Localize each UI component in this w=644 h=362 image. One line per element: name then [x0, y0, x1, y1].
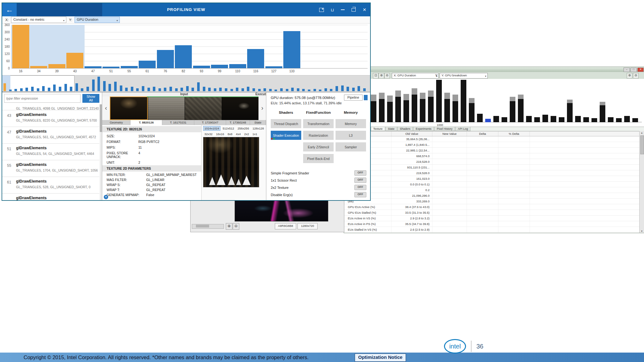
chart-bar[interactable] [157, 50, 174, 68]
pipeline-stage-button[interactable]: Transformation [303, 119, 334, 128]
metrics-tab[interactable]: API Log [455, 127, 470, 131]
y-metric-select[interactable]: GPU Duration ▼ [75, 17, 120, 23]
zoom-in-button[interactable]: ⊕ [226, 223, 232, 230]
mip-size-chip[interactable]: 16x16 [215, 132, 225, 136]
metrics-table-row[interactable]: 0.2 [344, 187, 640, 193]
metrics-zoom-out-icon-2[interactable]: ⊖ [633, 73, 639, 79]
metrics-tab[interactable]: Shaders [397, 127, 413, 131]
metrics-zoom-in-icon[interactable]: ⊕ [379, 73, 384, 79]
chart-bar[interactable] [139, 61, 156, 68]
expand-icon[interactable]: ▾ [104, 195, 108, 199]
close-button[interactable]: ✕ [363, 8, 366, 12]
pipeline-stage-button[interactable]: Shader Execution [271, 131, 301, 140]
metrics-table-row[interactable]: seconds)1,897.4 (1,840.5... [344, 142, 640, 148]
texture-tab[interactable]: Geometry [102, 120, 130, 125]
pipeline-stage-button[interactable]: Early Z/Stencil [303, 142, 334, 151]
draw-call-row[interactable]: 43glDrawElementsGL_TRIANGLES, 8220 GL_UN… [2, 110, 99, 127]
metrics-table-row[interactable]: 0.0 (0.0 to 0.1) [344, 182, 640, 187]
draw-call-row[interactable]: 55glDrawElementsGL_TRIANGLES, 1704, GL_U… [2, 160, 99, 177]
metrics-table-row[interactable]: (mitives)219,528.0 [344, 159, 640, 165]
metrics-table-row[interactable]: (invocations)219,528.0 [344, 170, 640, 176]
texture-thumbnail-selected[interactable] [110, 96, 148, 120]
draw-list-scrollbar[interactable] [100, 104, 102, 200]
metrics-histogram-chart[interactable]: 1000 [344, 79, 644, 127]
pipeline-stage-button[interactable]: Rasterization [303, 131, 334, 140]
draw-call-row[interactable]: glDrawElements [2, 194, 99, 200]
draw-call-row[interactable]: 47glDrawElementsGL_TRIANGLES, 561, GL_UN… [2, 127, 99, 144]
experiment-toggle[interactable]: OFF [354, 170, 366, 176]
metrics-table-row[interactable]: (els)333,269.0 [344, 199, 640, 204]
chart-bar[interactable] [175, 45, 192, 68]
scrollbar-thumb[interactable] [196, 225, 209, 228]
mip-size-chip[interactable]: 512x512 [221, 126, 235, 131]
chart-bar[interactable] [30, 66, 47, 68]
pipeline-stage-button[interactable]: Pixel Back-End [303, 154, 334, 163]
draw-call-row[interactable]: 61glDrawElementsGL_TRIANGLES, 528, GL_UN… [2, 177, 99, 194]
metrics-table-row[interactable]: EUs Stalled in PS (%)31.0 (28.9 to 32.9) [344, 233, 640, 233]
experiment-toggle[interactable]: OFF [354, 178, 366, 183]
chart-bar[interactable] [283, 31, 300, 68]
texture-tab[interactable]: T. 8820126 [130, 120, 162, 125]
metrics-tab[interactable]: State [386, 127, 397, 131]
filter-input[interactable] [4, 94, 80, 103]
chart-plot-area[interactable] [12, 25, 368, 69]
mip-size-chip[interactable]: 128x128 [251, 126, 265, 131]
metrics-window-titlebar[interactable]: – □ ✕ [344, 67, 644, 72]
texture-tab[interactable]: T. 17290247 [194, 120, 226, 125]
metrics-table-row[interactable]: GPU EUs Stalled (%)33.5 (31.3 to 35.5) [344, 210, 640, 216]
restore-button[interactable] [352, 8, 356, 12]
metrics-table-row[interactable]: ocations)21,096,296.0 [344, 193, 640, 199]
metrics-table-row[interactable]: (Primitives)161,023.0 [344, 176, 640, 182]
panel-layout-icon[interactable] [319, 8, 324, 12]
chart-bar[interactable] [66, 53, 83, 68]
metrics-maximize-button[interactable]: □ [630, 68, 637, 72]
optimization-notice[interactable]: Optimization Notice [355, 354, 406, 362]
texture-tab[interactable]: State [250, 120, 266, 125]
chart-bar[interactable] [48, 64, 65, 68]
metrics-zoom-out-icon[interactable]: ⊖ [384, 73, 390, 79]
chart-bar[interactable] [103, 67, 119, 68]
metrics-table-row[interactable]: GPU EUs Active (%)38.4 (37.6 to 43.0) [344, 204, 640, 210]
chart-bar[interactable] [211, 65, 228, 69]
pipeline-stage-button[interactable]: L3 [336, 131, 366, 140]
draw-call-row[interactable]: 51glDrawElementsGL_TRIANGLES, 54, GL_UNS… [2, 144, 99, 160]
scroll-up-icon[interactable]: ▲ [640, 132, 644, 134]
pin-icon[interactable]: ⊔ [331, 8, 334, 12]
scrollbar-thumb[interactable] [640, 135, 644, 154]
texture-tab[interactable]: T. 16170231 [162, 120, 194, 125]
metrics-tab[interactable]: Texture [371, 127, 385, 131]
metrics-close-button[interactable]: ✕ [637, 68, 644, 72]
mip-size-chip[interactable]: 1x1 [251, 132, 258, 136]
frame-horizontal-scrollbar[interactable] [192, 224, 224, 229]
experiment-toggle[interactable]: OFF [354, 192, 366, 197]
experiment-toggle[interactable]: OFF [354, 185, 366, 190]
mip-size-chip[interactable]: 8x8 [226, 132, 234, 136]
chart-bar[interactable] [12, 25, 29, 68]
mip-size-chip[interactable]: 4x4 [235, 132, 242, 136]
pipeline-stage-button[interactable]: Memory [336, 119, 366, 128]
metrics-table-row[interactable]: (es)668,574.0 [344, 153, 640, 159]
chart-bar[interactable] [247, 49, 264, 68]
chart-bar[interactable] [265, 66, 282, 68]
metrics-minimize-button[interactable]: – [624, 68, 630, 72]
chart-bar[interactable] [121, 66, 138, 68]
texture-thumbnail[interactable] [222, 96, 259, 120]
texture-thumbnail[interactable] [185, 96, 222, 120]
pipeline-stage-button[interactable]: Thread Dispatch [271, 119, 301, 128]
chart-bar[interactable] [193, 66, 210, 68]
thumbnail-prev-button[interactable]: ‹ [102, 96, 110, 120]
scroll-down-icon[interactable]: ▼ [640, 230, 644, 232]
texture-thumbnail[interactable] [148, 96, 185, 120]
metrics-vertical-scrollbar[interactable]: ▲ ▼ [639, 131, 644, 233]
metrics-table-row[interactable]: seconds)22,985.1 (22,54... [344, 148, 640, 153]
thumbnail-next-button[interactable]: › [258, 96, 266, 120]
show-all-button[interactable]: Show All [82, 94, 99, 103]
metrics-grid-icon[interactable]: ⊡ [373, 73, 379, 79]
titlebar[interactable]: ← PROFILING VIEW ⊔ ✕ [2, 3, 370, 16]
metrics-tab[interactable]: Pixel History [434, 127, 455, 131]
metrics-table-row[interactable]: EUs Active in VS (%)2.9 (2.8 to 3.2) [344, 216, 640, 221]
x-metric-select[interactable]: Constant - no metric ▼ [11, 17, 66, 23]
mip-size-chip[interactable]: 1024x1024 [203, 126, 220, 131]
metrics-x-axis-select[interactable]: X: GPU Duration ▼ [392, 73, 439, 79]
pipeline-button[interactable]: Pipeline [344, 95, 363, 101]
